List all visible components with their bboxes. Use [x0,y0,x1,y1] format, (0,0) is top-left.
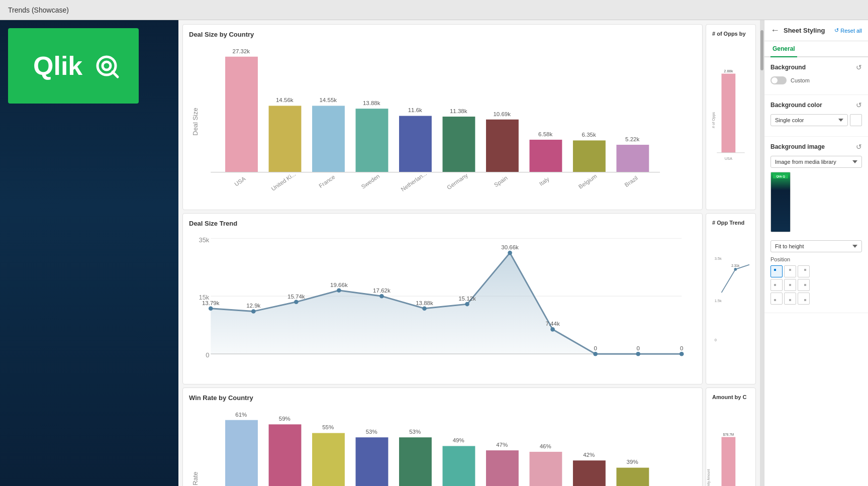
svg-text:61%: 61% [235,412,247,418]
position-label: Position [770,256,862,262]
svg-line-3 [113,72,118,77]
panel-tabs: General [764,41,868,57]
svg-text:1.5k: 1.5k [715,299,722,303]
svg-rect-114 [774,269,776,271]
qlik-logo: Qlik [28,51,119,81]
svg-rect-109 [722,437,736,486]
svg-point-48 [209,306,213,311]
background-image-reset-icon[interactable]: ↺ [856,143,862,151]
custom-toggle-row: Custom [770,76,862,84]
pos-middle-center[interactable] [784,279,796,291]
svg-rect-15 [443,117,475,172]
charts-row-3: Win Rate by Country Win Rate 61% 59% 55%… [182,387,756,486]
charts-row-2: Deal Size Trend 35k 15k 0 [182,213,756,384]
pos-top-right[interactable] [798,265,810,277]
svg-text:59%: 59% [279,416,291,422]
back-button[interactable]: ← [770,25,780,36]
svg-text:Italy: Italy [538,176,550,187]
panel-title-block: Sheet Styling [784,27,830,34]
svg-text:55%: 55% [322,425,334,431]
app-title: Trends (Showcase) [8,6,69,14]
deal-size-trend-chart: 35k 15k 0 [189,231,696,375]
pos-middle-right[interactable] [798,279,810,291]
preview-qlik-label: Qlik Q [773,174,788,178]
pos-bottom-right[interactable] [798,293,810,305]
svg-rect-118 [789,284,791,286]
svg-rect-120 [774,299,776,301]
svg-text:0: 0 [680,345,683,351]
background-section: Background ↺ Custom [764,57,868,95]
background-section-header: Background ↺ [770,63,862,71]
pos-top-center[interactable] [784,265,796,277]
background-color-title: Background color [770,102,822,109]
svg-rect-80 [269,425,302,486]
svg-text:19.66k: 19.66k [330,282,348,288]
svg-text:France: France [318,174,336,189]
opp-trend-partial-card: # Opp Trend 3.5k 1.5k 0 2.31k [706,213,756,384]
svg-rect-121 [789,299,791,301]
svg-text:Spain: Spain [493,175,509,188]
svg-point-51 [337,288,341,293]
pos-top-left[interactable] [770,265,783,277]
svg-text:Opportunity Amount: Opportunity Amount [707,469,711,486]
background-color-controls: Single color [770,114,862,130]
svg-point-55 [508,251,512,255]
svg-rect-94 [573,461,606,486]
svg-text:30.66k: 30.66k [501,244,519,250]
opps-title: # of Opps by [712,31,749,37]
svg-text:46%: 46% [540,443,551,449]
background-image-dropdown[interactable]: Image from media library [770,156,862,168]
amount-by-country-partial-card: Amount by C $78.7M USA Opportunity Amoun… [706,387,756,486]
svg-text:15.74k: 15.74k [287,294,305,300]
svg-text:27.32k: 27.32k [232,48,250,54]
sheet-styling-panel: ← Sheet Styling ↺ Reset all General Back… [764,20,868,486]
svg-rect-17 [486,120,519,172]
main-area: Qlik Deal Size by Country Deal Size [0,20,868,486]
svg-text:53%: 53% [409,429,421,435]
svg-point-75 [734,268,737,271]
background-color-reset-icon[interactable]: ↺ [856,101,862,109]
svg-rect-116 [804,269,806,271]
svg-rect-86 [399,438,432,486]
left-sidebar: Qlik [0,20,178,486]
deal-size-by-country-card: Deal Size by Country Deal Size 27.32k 14… [182,24,703,210]
vertical-scrollbar[interactable] [760,20,764,486]
background-image-section: Background image ↺ Image from media libr… [764,137,868,313]
svg-rect-115 [789,269,791,271]
scrollbar-thumb[interactable] [760,30,763,70]
fit-to-height-dropdown[interactable]: Fit to height [770,240,862,252]
background-color-dropdown[interactable]: Single color [770,114,848,126]
custom-toggle[interactable] [770,76,787,84]
svg-rect-7 [269,106,302,172]
svg-text:2.31k: 2.31k [731,264,740,267]
reset-all-label: Reset all [840,28,862,34]
background-section-title: Background [770,64,806,71]
svg-text:0: 0 [715,338,717,342]
svg-text:17.62k: 17.62k [373,287,391,294]
color-swatch-bg[interactable] [850,114,862,126]
tab-general[interactable]: General [770,41,797,57]
background-image-header: Background image ↺ [770,143,862,151]
deal-size-trend-title: Deal Size Trend [189,220,696,227]
pos-middle-left[interactable] [770,279,783,291]
charts-row-1: Deal Size by Country Deal Size 27.32k 14… [182,24,756,210]
background-image-title: Background image [770,143,825,150]
svg-text:12.9k: 12.9k [246,303,260,309]
svg-text:49%: 49% [453,438,464,444]
win-rate-by-country-card: Win Rate by Country Win Rate 61% 59% 55%… [182,387,703,486]
pos-bottom-left[interactable] [770,293,783,305]
win-rate-by-country-chart: Win Rate 61% 59% 55% 53% 53% 49% [189,406,696,486]
reset-all-button[interactable]: ↺ Reset all [834,27,862,34]
svg-rect-82 [312,433,345,486]
svg-rect-84 [356,438,389,486]
svg-text:6.35k: 6.35k [582,132,596,138]
custom-toggle-label: Custom [791,77,810,83]
background-reset-icon[interactable]: ↺ [856,63,862,71]
qlik-logo-container: Qlik [8,28,139,104]
svg-rect-21 [573,140,606,172]
svg-text:# of Opps: # of Opps [711,112,716,128]
svg-text:0: 0 [206,352,209,359]
svg-text:Germany: Germany [446,172,469,190]
pos-bottom-center[interactable] [784,293,796,305]
svg-text:$78.7M: $78.7M [723,433,734,436]
